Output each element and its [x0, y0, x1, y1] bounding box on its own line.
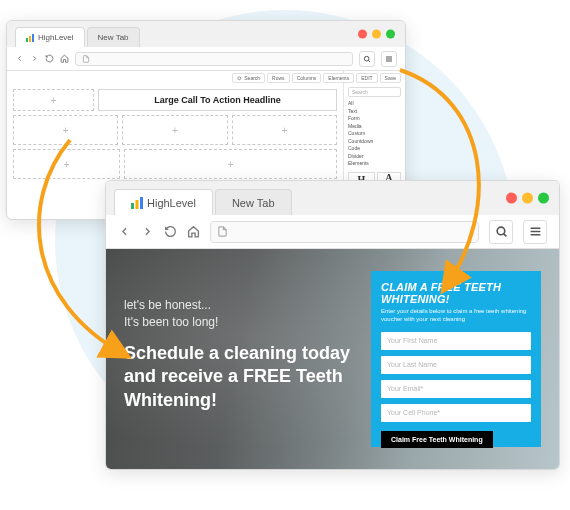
toolbar-label: Rows — [272, 75, 285, 81]
tab-new[interactable]: New Tab — [87, 27, 140, 47]
pretitle-line: It's been too long! — [124, 314, 371, 331]
toolbar-edit[interactable]: EDIT — [356, 73, 377, 83]
toolbar-save[interactable]: Save — [380, 73, 401, 83]
sidebar-item[interactable]: Media — [348, 123, 401, 131]
sidebar-item[interactable]: Form — [348, 115, 401, 123]
home-icon[interactable] — [187, 225, 200, 238]
highlevel-logo-icon — [26, 34, 34, 42]
field-placeholder: Your Email* — [387, 385, 423, 392]
home-icon[interactable] — [60, 54, 69, 63]
form-title: CLAIM A FREE TEETH WHITENING! — [381, 281, 531, 305]
phone-field[interactable]: Your Cell Phone* — [381, 404, 531, 422]
forward-icon[interactable] — [141, 225, 154, 238]
toolbar-label: Search — [244, 75, 260, 81]
placeholder-slot[interactable]: + — [13, 89, 94, 111]
toolbar-label: Save — [385, 75, 396, 81]
button-label: Claim Free Teeth Whitening — [391, 436, 483, 443]
main-headline: Schedule a cleaning today and receive a … — [124, 342, 371, 412]
toolbar-label: EDIT — [361, 75, 372, 81]
landing-page: let's be honest... It's been too long! S… — [106, 249, 559, 469]
url-input[interactable] — [75, 52, 353, 66]
first-name-field[interactable]: Your First Name — [381, 332, 531, 350]
lead-form: CLAIM A FREE TEETH WHITENING! Enter your… — [371, 271, 541, 447]
menu-button[interactable] — [381, 51, 397, 67]
maximize-icon[interactable] — [386, 30, 395, 39]
file-icon — [82, 55, 90, 63]
reload-icon[interactable] — [45, 54, 54, 63]
svg-rect-11 — [140, 197, 143, 209]
toolbar-rows[interactable]: Rows — [267, 73, 290, 83]
svg-point-3 — [364, 56, 369, 61]
tab-highlevel[interactable]: HighLevel — [15, 27, 85, 47]
tab-label: New Tab — [98, 33, 129, 42]
forward-icon[interactable] — [30, 54, 39, 63]
claim-button[interactable]: Claim Free Teeth Whitening — [381, 431, 493, 448]
form-subtitle: Enter your details below to claim a free… — [381, 308, 531, 324]
placeholder-slot[interactable]: + — [13, 149, 120, 179]
tab-label: New Tab — [232, 197, 275, 209]
svg-rect-0 — [26, 38, 28, 42]
url-input[interactable] — [210, 221, 479, 243]
placeholder-slot[interactable]: + — [232, 115, 337, 145]
search-button[interactable] — [489, 220, 513, 244]
svg-point-12 — [497, 227, 505, 235]
field-placeholder: Your Last Name — [387, 361, 437, 368]
sidebar-search-input[interactable]: Search — [348, 87, 401, 97]
toolbar-label: Columns — [297, 75, 317, 81]
minimize-icon[interactable] — [522, 193, 533, 204]
sidebar-item[interactable]: Text — [348, 108, 401, 116]
tab-highlevel[interactable]: HighLevel — [114, 189, 213, 215]
sidebar-item[interactable]: All — [348, 100, 401, 108]
placeholder-slot[interactable]: + — [122, 115, 227, 145]
svg-rect-2 — [32, 34, 34, 42]
headline-text: Large Call To Action Headline — [154, 95, 281, 105]
headline-element[interactable]: Large Call To Action Headline — [98, 89, 337, 111]
last-name-field[interactable]: Your Last Name — [381, 356, 531, 374]
browser-window-landing: HighLevel New Tab let's be honest... It'… — [105, 180, 560, 470]
svg-line-4 — [368, 60, 370, 62]
sidebar-item[interactable]: Elements — [348, 160, 401, 168]
sidebar-category-list: All Text Form Media Custom Countdown Cod… — [348, 100, 401, 168]
toolbar-columns[interactable]: Columns — [292, 73, 322, 83]
hero-copy: let's be honest... It's been too long! S… — [124, 271, 371, 447]
builder-toolbar: Search Rows Columns Elements EDIT Save — [232, 73, 401, 83]
search-button[interactable] — [359, 51, 375, 67]
file-icon — [217, 226, 228, 237]
tab-label: HighLevel — [147, 197, 196, 209]
field-placeholder: Your First Name — [387, 337, 437, 344]
back-icon[interactable] — [118, 225, 131, 238]
sidebar-item[interactable]: Custom — [348, 130, 401, 138]
field-placeholder: Your Cell Phone* — [387, 409, 440, 416]
email-field[interactable]: Your Email* — [381, 380, 531, 398]
toolbar-label: Elements — [328, 75, 349, 81]
sidebar-search-placeholder: Search — [352, 89, 368, 95]
tab-bar: HighLevel New Tab — [106, 181, 559, 215]
placeholder-slot[interactable]: + — [13, 115, 118, 145]
sidebar-item[interactable]: Countdown — [348, 138, 401, 146]
sidebar-item[interactable]: Divider — [348, 153, 401, 161]
close-icon[interactable] — [506, 193, 517, 204]
tab-label: HighLevel — [38, 33, 74, 42]
maximize-icon[interactable] — [538, 193, 549, 204]
placeholder-slot[interactable]: + — [124, 149, 337, 179]
address-bar — [106, 215, 559, 249]
svg-rect-1 — [29, 36, 31, 42]
tab-bar: HighLevel New Tab — [7, 21, 405, 47]
pretitle: let's be honest... It's been too long! — [124, 297, 371, 332]
back-icon[interactable] — [15, 54, 24, 63]
svg-rect-10 — [136, 200, 139, 209]
tab-new[interactable]: New Tab — [215, 189, 292, 215]
reload-icon[interactable] — [164, 225, 177, 238]
address-bar — [7, 47, 405, 71]
highlevel-logo-icon — [131, 197, 143, 209]
window-controls — [506, 193, 549, 204]
close-icon[interactable] — [358, 30, 367, 39]
toolbar-elements[interactable]: Elements — [323, 73, 354, 83]
sidebar-item[interactable]: Code — [348, 145, 401, 153]
toolbar-search[interactable]: Search — [232, 73, 265, 83]
svg-rect-9 — [131, 203, 134, 209]
menu-button[interactable] — [523, 220, 547, 244]
window-controls — [358, 30, 395, 39]
minimize-icon[interactable] — [372, 30, 381, 39]
pretitle-line: let's be honest... — [124, 297, 371, 314]
